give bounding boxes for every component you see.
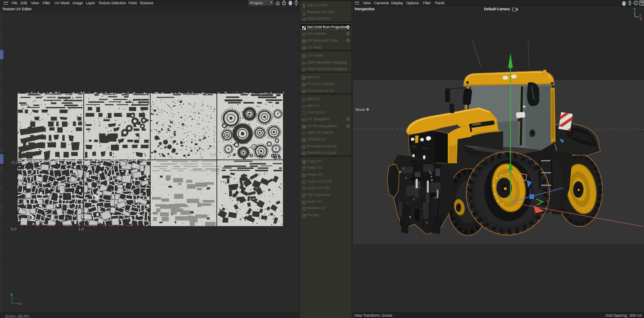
svg-text:0,0: 0,0 <box>11 226 16 231</box>
svg-text:1,0: 1,0 <box>78 226 84 231</box>
svg-text:0,1: 0,1 <box>12 160 17 165</box>
svg-text:V: V <box>10 293 13 297</box>
svg-text:U: U <box>19 302 22 306</box>
